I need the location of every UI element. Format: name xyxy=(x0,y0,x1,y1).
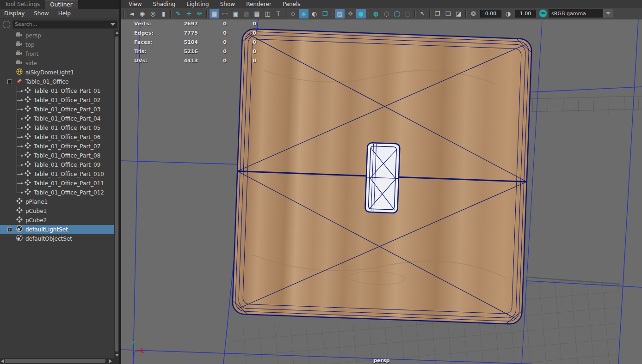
scroll-left-icon[interactable] xyxy=(1,359,4,363)
mesh-icon xyxy=(24,160,31,170)
expand-icon[interactable]: + xyxy=(7,227,12,232)
viewport-toolbar: ◄◉◎▮✎✛✏▦▭▣▩▤◫T◇◆◐❒▨☼●◍◌◯▢↖❐❏◪❂0.00◑1.00O… xyxy=(121,8,642,19)
scroll-right-icon[interactable] xyxy=(109,359,112,363)
menu-help[interactable]: Help xyxy=(58,10,71,17)
exposure-icon[interactable]: ❂ xyxy=(469,9,478,18)
depth-of-field-icon[interactable]: ◯ xyxy=(392,9,402,18)
grease-pencil-draw-icon[interactable]: ✏ xyxy=(195,9,204,18)
outliner-item-Table_01_Office_Part_07[interactable]: Table_01_Office_Part_07 xyxy=(0,142,119,151)
outliner-item-aiSkyDomeLight1[interactable]: aiSkyDomeLight1 xyxy=(0,68,119,77)
resolution-gate-icon[interactable]: ▣ xyxy=(231,9,241,18)
safe-action-icon[interactable]: ◫ xyxy=(263,9,272,18)
outliner-item-Table_01_Office_Part_05[interactable]: Table_01_Office_Part_05 xyxy=(0,123,119,133)
viewport-menu-lighting[interactable]: Lighting xyxy=(186,1,209,7)
wireframe-display-icon[interactable]: ◇ xyxy=(288,9,298,18)
item-label: pCube1 xyxy=(25,208,47,214)
viewport-camera-icon[interactable]: ◄ xyxy=(127,9,136,18)
viewport-menu-shading[interactable]: Shading xyxy=(153,1,175,7)
grid-toggle-icon[interactable]: ▦ xyxy=(210,9,219,18)
mesh-icon xyxy=(24,114,31,123)
outliner-item-Table_01_Office_Part_01[interactable]: Table_01_Office_Part_01 xyxy=(0,86,119,96)
outliner-item-top[interactable]: top xyxy=(0,40,119,49)
outliner-item-defaultLightSet[interactable]: +defaultLightSet xyxy=(0,225,114,234)
paste-frame-icon[interactable]: ❏ xyxy=(443,9,453,18)
menu-display[interactable]: Display xyxy=(4,10,25,17)
viewport-menu-view[interactable]: View xyxy=(129,1,142,7)
exposure-field[interactable]: 0.00 xyxy=(480,10,501,18)
outliner-item-Table_01_Office_Part_09[interactable]: Table_01_Office_Part_09 xyxy=(0,160,119,170)
camera-attributes-icon[interactable]: ◎ xyxy=(148,9,158,18)
outliner-item-front[interactable]: front xyxy=(0,49,119,59)
viewport-menu-panels[interactable]: Panels xyxy=(283,1,301,7)
outliner-item-Table_01_Office[interactable]: −Table_01_Office xyxy=(0,77,119,86)
outliner-item-Table_01_Office_Part_08[interactable]: Table_01_Office_Part_08 xyxy=(0,151,119,160)
search-dropdown-icon[interactable] xyxy=(111,23,115,26)
hud-component-value: 0 xyxy=(227,38,256,47)
filter-icon[interactable] xyxy=(3,21,10,28)
outliner-item-Table_01_Office_Part_04[interactable]: Table_01_Office_Part_04 xyxy=(0,114,119,123)
hud-label: Verts: xyxy=(134,19,166,29)
outliner-item-pPlane1[interactable]: pPlane1 xyxy=(0,197,119,206)
outliner-item-Table_01_Office_Part_03[interactable]: Table_01_Office_Part_03 xyxy=(0,105,119,114)
view-transform-dropdown-icon[interactable] xyxy=(603,9,613,18)
gate-mask-icon[interactable]: ▩ xyxy=(241,9,251,18)
viewport-menu-renderer[interactable]: Renderer xyxy=(246,1,272,7)
horizontal-scroll-thumb[interactable] xyxy=(5,359,105,363)
table-model[interactable] xyxy=(232,29,532,325)
tab-tool-settings[interactable]: Tool Settings xyxy=(0,0,45,9)
outliner-item-Table_01_Office_Part_012[interactable]: Table_01_Office_Part_012 xyxy=(0,188,119,197)
wireframe-on-shaded-icon[interactable]: ❒ xyxy=(320,9,330,18)
scroll-up-icon[interactable] xyxy=(114,30,119,36)
outliner-item-Table_01_Office_Part_011[interactable]: Table_01_Office_Part_011 xyxy=(0,179,119,188)
search-input[interactable] xyxy=(15,21,111,27)
outliner-item-defaultObjectSet[interactable]: defaultObjectSet xyxy=(0,234,119,243)
default-material-icon[interactable]: ◐ xyxy=(309,9,319,18)
item-label: Table_01_Office_Part_09 xyxy=(34,162,100,168)
grease-pencil-frame-icon[interactable]: ✛ xyxy=(184,9,194,18)
viewport-canvas[interactable]: y x z Verts: 2697 0 0Edges: 7775 0 0Face… xyxy=(121,19,642,364)
shadows-icon[interactable]: ● xyxy=(356,9,366,18)
use-all-lights-icon[interactable]: ☼ xyxy=(346,9,355,18)
collapse-icon[interactable]: − xyxy=(7,79,12,84)
skydome-icon xyxy=(16,68,23,77)
crop-region-icon[interactable]: ◪ xyxy=(454,9,463,18)
contrast-icon[interactable]: ◑ xyxy=(503,9,513,18)
color-management-on-badge[interactable]: ON xyxy=(539,9,547,18)
scroll-down-icon[interactable] xyxy=(114,352,119,358)
outliner-search-row xyxy=(0,18,119,30)
ambient-occlusion-icon[interactable]: ◍ xyxy=(371,9,381,18)
center-object[interactable] xyxy=(365,143,400,213)
view-transform-value[interactable]: sRGB gamma xyxy=(549,9,603,18)
bookmark-icon[interactable]: ▮ xyxy=(159,9,168,18)
horizontal-scrollbar[interactable] xyxy=(0,358,119,364)
outliner-item-Table_01_Office_Part_010[interactable]: Table_01_Office_Part_010 xyxy=(0,170,119,179)
object-selection-icon[interactable]: ↖ xyxy=(418,9,427,18)
vertical-scrollbar[interactable] xyxy=(114,30,119,358)
mesh-icon xyxy=(16,216,23,225)
textured-display-icon[interactable]: ▨ xyxy=(335,9,345,18)
field-chart-icon[interactable]: ▤ xyxy=(252,9,262,18)
tab-outliner[interactable]: Outliner xyxy=(45,0,78,9)
render-override-icon[interactable]: ▢ xyxy=(403,9,413,18)
film-gate-icon[interactable]: ▭ xyxy=(220,9,230,18)
item-label: defaultLightSet xyxy=(25,226,68,233)
copy-frame-icon[interactable]: ❐ xyxy=(432,9,442,18)
outliner-item-Table_01_Office_Part_02[interactable]: Table_01_Office_Part_02 xyxy=(0,96,119,105)
grease-pencil-icon[interactable]: ✎ xyxy=(173,9,183,18)
vertical-scroll-thumb[interactable] xyxy=(115,36,118,352)
menu-show[interactable]: Show xyxy=(34,10,49,17)
outliner-item-side[interactable]: side xyxy=(0,59,119,68)
outliner-item-pCube2[interactable]: pCube2 xyxy=(0,216,119,225)
gamma-field[interactable]: 1.00 xyxy=(515,10,536,18)
outliner-item-Table_01_Office_Part_06[interactable]: Table_01_Office_Part_06 xyxy=(0,133,119,142)
view-transform-select[interactable]: sRGB gamma xyxy=(549,9,615,18)
outliner-item-pCube1[interactable]: pCube1 xyxy=(0,206,119,216)
motion-blur-icon[interactable]: ◌ xyxy=(382,9,391,18)
item-label: Table_01_Office_Part_012 xyxy=(34,189,104,196)
viewport-menu-show[interactable]: Show xyxy=(220,1,235,7)
safe-title-icon[interactable]: T xyxy=(273,9,283,18)
lock-camera-icon[interactable]: ◉ xyxy=(137,9,147,18)
smooth-shade-display-icon[interactable]: ◆ xyxy=(299,9,309,18)
outliner-item-persp[interactable]: persp xyxy=(0,31,119,40)
item-label: top xyxy=(25,42,35,48)
